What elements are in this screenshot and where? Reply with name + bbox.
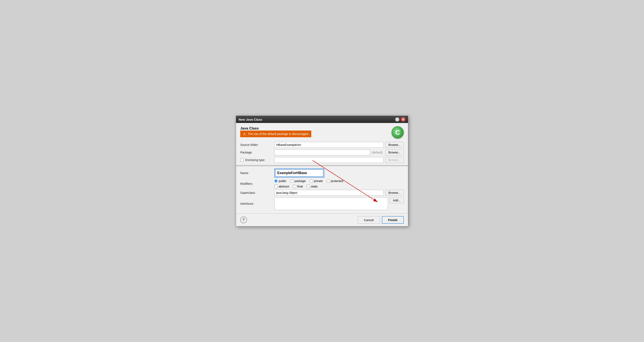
form-fields: Source folder: Browse... Package: (defau… xyxy=(240,142,404,163)
package-browse-button[interactable]: Browse... xyxy=(385,150,404,155)
eclipse-logo: C xyxy=(392,126,404,138)
modifiers-section: public package private protected xyxy=(274,179,404,188)
enclosing-label: Enclosing type: xyxy=(240,158,272,162)
modifier-static-item: static xyxy=(307,185,318,188)
title-bar: New Java Class ⬜ ✕ xyxy=(236,116,408,123)
add-button[interactable]: Add... xyxy=(390,198,404,203)
modifier-private-item: private xyxy=(310,179,323,183)
modifier-package-radio[interactable] xyxy=(290,179,294,183)
modifier-abstract-item: abstract xyxy=(274,185,289,188)
header-row: Java Class ⚠ The use of the default pack… xyxy=(240,126,404,140)
name-highlighted-box xyxy=(274,168,324,178)
modifiers-row-1: public package private protected xyxy=(274,179,404,183)
warning-text: The use of the default package is discou… xyxy=(248,132,309,136)
name-label: Name: xyxy=(240,171,272,175)
modifier-package-item: package xyxy=(290,179,306,183)
enclosing-input[interactable] xyxy=(274,157,384,163)
warning-box: ⚠ The use of the default package is disc… xyxy=(240,130,311,137)
name-row xyxy=(274,168,404,178)
modifiers-label: Modifiers: xyxy=(240,182,272,186)
name-input[interactable] xyxy=(275,169,324,177)
dialog-title: New Java Class xyxy=(238,118,262,121)
restore-button[interactable]: ⬜ xyxy=(395,117,400,122)
help-button[interactable]: ? xyxy=(240,216,247,223)
superclass-browse-button[interactable]: Browse... xyxy=(385,190,404,196)
superclass-input[interactable] xyxy=(274,190,384,196)
modifier-protected-radio[interactable] xyxy=(326,179,330,183)
modifier-protected-item: protected xyxy=(326,179,343,183)
package-default-text: (default) xyxy=(372,151,382,154)
source-folder-input[interactable] xyxy=(274,142,384,148)
close-button[interactable]: ✕ xyxy=(401,117,406,122)
enclosing-checkbox[interactable] xyxy=(240,158,244,162)
interfaces-label: Interfaces: xyxy=(240,202,272,205)
modifier-public-radio[interactable] xyxy=(274,179,278,183)
source-folder-label: Source folder: xyxy=(240,143,272,146)
separator xyxy=(236,165,408,166)
modifier-abstract-checkbox[interactable] xyxy=(274,185,278,188)
modifier-final-item: final xyxy=(293,185,303,188)
title-bar-controls: ⬜ ✕ xyxy=(395,117,406,122)
cancel-button[interactable]: Cancel xyxy=(358,216,380,224)
modifier-public-item: public xyxy=(274,179,286,183)
finish-button[interactable]: Finish xyxy=(382,216,404,224)
enclosing-browse-button[interactable]: Browse... xyxy=(385,157,404,163)
package-input[interactable] xyxy=(274,150,370,155)
footer-buttons: Cancel Finish xyxy=(358,216,404,224)
package-row: (default) Browse... xyxy=(274,150,404,155)
interfaces-row: Add... xyxy=(274,198,404,210)
section-title: Java Class xyxy=(240,126,311,130)
source-folder-browse-button[interactable]: Browse... xyxy=(385,142,404,148)
section-title-wrapper: Java Class ⚠ The use of the default pack… xyxy=(240,126,311,140)
footer: ? Cancel Finish xyxy=(236,213,408,226)
new-java-class-dialog: New Java Class ⬜ ✕ Java Class ⚠ The use … xyxy=(236,116,408,226)
warning-icon: ⚠ xyxy=(243,132,246,136)
name-fields: Name: Modifiers: public package xyxy=(240,168,404,210)
dialog-content: Java Class ⚠ The use of the default pack… xyxy=(236,123,408,213)
interfaces-input[interactable] xyxy=(274,198,388,210)
modifiers-row-2: abstract final static xyxy=(274,185,404,188)
source-folder-row: Browse... xyxy=(274,142,404,148)
modifier-private-radio[interactable] xyxy=(310,179,313,183)
enclosing-row: Browse... xyxy=(274,157,404,163)
superclass-label: Superclass: xyxy=(240,191,272,194)
modifier-final-checkbox[interactable] xyxy=(293,185,296,188)
superclass-row: Browse... xyxy=(274,190,404,196)
modifier-static-checkbox[interactable] xyxy=(307,185,310,188)
package-label: Package: xyxy=(240,151,272,154)
